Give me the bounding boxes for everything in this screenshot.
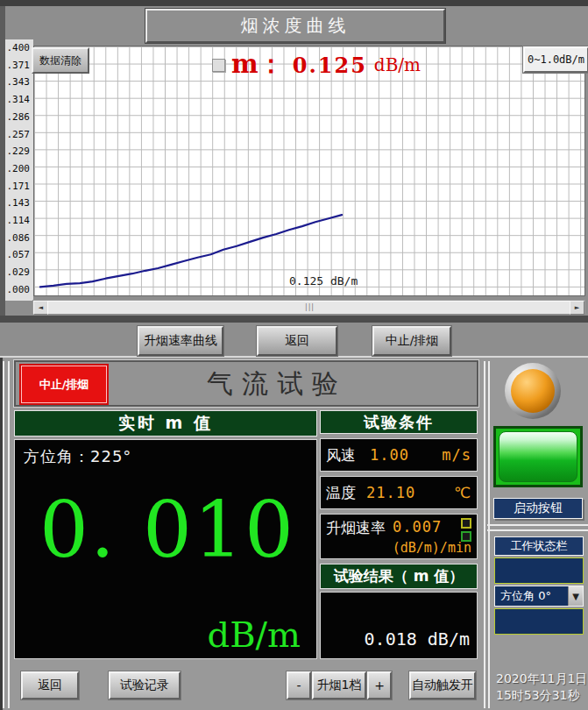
left-frame-line2 xyxy=(8,361,10,708)
conditions-header: 试验条件 xyxy=(320,410,478,434)
chart-horizontal-scrollbar[interactable]: ◄ ||| ► xyxy=(32,300,585,314)
smoke-rise-rate-label: 升烟速率 xyxy=(326,518,386,538)
wind-speed-label: 风速 xyxy=(326,445,356,465)
smoke-rise-rate-value: 0.007 xyxy=(393,518,442,536)
increase-button[interactable]: + xyxy=(367,671,392,699)
y-tick-label: .114 xyxy=(7,216,31,226)
start-button[interactable] xyxy=(493,426,583,487)
wind-speed-row: 风速 1.00 m/s xyxy=(320,438,478,472)
m-value-display: 0. 010 xyxy=(39,486,295,574)
status-box-top xyxy=(494,557,584,584)
m-value-readout: m： 0.125 dB/m xyxy=(212,50,421,80)
result-display: 0.018 dB/m xyxy=(320,592,478,659)
indicator-lamp xyxy=(505,363,561,419)
datetime-display: 2020年11月1日 15时53分31秒 xyxy=(491,671,588,704)
azimuth-readout: 方位角：225° xyxy=(24,446,131,467)
smoke-rise-rate-unit: (dB/m)/min xyxy=(393,540,471,556)
y-tick-label: .000 xyxy=(7,285,31,295)
wind-speed-unit: m/s xyxy=(442,446,471,464)
start-button-face xyxy=(499,431,577,482)
y-tick-label: .143 xyxy=(7,198,31,209)
temperature-row: 温度 21.10 ℃ xyxy=(320,476,478,509)
lamp-ball-icon xyxy=(511,369,555,413)
dropdown-arrow-icon[interactable]: ▼ xyxy=(568,586,583,606)
status-squares xyxy=(461,518,471,542)
y-tick-label: .029 xyxy=(7,267,31,278)
column-divider-line2 xyxy=(488,361,490,708)
smoke-rise-rate-row: 升烟速率 0.007 (dB/m)/min xyxy=(320,514,478,559)
y-tick-label: .257 xyxy=(7,130,31,140)
column-divider-line xyxy=(484,361,485,708)
y-tick-label: .286 xyxy=(7,112,31,123)
scroll-right-icon[interactable]: ► xyxy=(570,301,584,315)
start-button-label: 启动按钮 xyxy=(493,498,583,519)
square-indicator-yellow-icon xyxy=(461,518,471,529)
abort-exhaust-button[interactable]: 中止/排烟 xyxy=(21,366,107,403)
y-tick-label: .229 xyxy=(7,146,31,157)
m-prefix-label: m： xyxy=(231,47,284,82)
realtime-m-header: 实时 m 值 xyxy=(14,410,317,437)
work-status-label: 工作状态栏 xyxy=(494,536,584,556)
m-value-text: 0.125 xyxy=(293,53,367,78)
clear-data-button[interactable]: 数据清除 xyxy=(32,47,89,74)
smoke-rate-curve-button[interactable]: 升烟速率曲线 xyxy=(138,326,223,356)
smoke-curve xyxy=(34,46,584,295)
right-column-divider xyxy=(487,524,588,531)
y-axis-tick-labels: .400.371.343.314.286.257.229.200.171.143… xyxy=(0,43,32,295)
temperature-value: 21.10 xyxy=(366,484,415,501)
y-tick-label: .400 xyxy=(7,43,31,53)
start-button-ring xyxy=(496,429,580,485)
y-tick-label: .371 xyxy=(7,60,31,71)
status-box-bottom xyxy=(494,608,584,635)
realtime-m-display: 方位角：225° 0. 010 dB/m xyxy=(14,439,317,659)
range-button[interactable]: 0~1.0dB/m xyxy=(523,46,588,73)
section-divider xyxy=(0,316,588,323)
chart-title-button[interactable]: 烟浓度曲线 xyxy=(145,9,445,43)
temperature-unit: ℃ xyxy=(454,484,471,501)
y-tick-label: .057 xyxy=(7,250,31,260)
m-unit-label: dB/m xyxy=(374,54,421,75)
time-line: 15时53分31秒 xyxy=(496,687,588,704)
smoke-concentration-plot xyxy=(33,46,585,296)
window-top-edge xyxy=(0,0,588,6)
test-record-button[interactable]: 试验记录 xyxy=(109,671,181,699)
scroll-left-icon[interactable]: ◄ xyxy=(33,301,48,315)
scrollbar-grip-icon: ||| xyxy=(305,304,315,311)
y-tick-label: .314 xyxy=(7,95,31,105)
return-button[interactable]: 返回 xyxy=(21,671,79,699)
y-tick-label: .343 xyxy=(7,77,31,88)
y-tick-label: .171 xyxy=(7,181,31,192)
temperature-label: 温度 xyxy=(326,483,356,503)
auto-trigger-button[interactable]: 自动触发开 xyxy=(409,671,476,699)
curve-annotation: 0.125 dB/m xyxy=(289,274,358,288)
left-frame-line xyxy=(3,361,4,708)
decrease-button[interactable]: - xyxy=(287,671,311,699)
m-unit-display: dB/m xyxy=(208,614,301,655)
result-header: 试验结果（ m 值） xyxy=(320,564,478,589)
azimuth-select[interactable]: 方位角 0° ▼ xyxy=(494,586,584,607)
result-value: 0.018 dB/m xyxy=(365,628,470,650)
abort-exhaust-button-top[interactable]: 中止/排烟 xyxy=(372,326,451,356)
m-marker-square-icon xyxy=(212,59,225,72)
return-button-top[interactable]: 返回 xyxy=(257,326,337,356)
y-tick-label: .200 xyxy=(7,164,31,174)
wind-speed-value: 1.00 xyxy=(370,446,409,464)
scrollbar-thumb[interactable]: ||| xyxy=(47,301,572,315)
airflow-test-title: 气流试验 xyxy=(119,366,435,402)
azimuth-select-value: 方位角 0° xyxy=(495,588,568,604)
smoke-gear-button[interactable]: 升烟1档 xyxy=(312,671,366,699)
y-tick-label: .086 xyxy=(7,233,31,244)
measurement-app-window: 烟浓度曲线 .400.371.343.314.286.257.229.200.1… xyxy=(0,0,588,710)
date-line: 2020年11月1日 xyxy=(496,671,588,687)
